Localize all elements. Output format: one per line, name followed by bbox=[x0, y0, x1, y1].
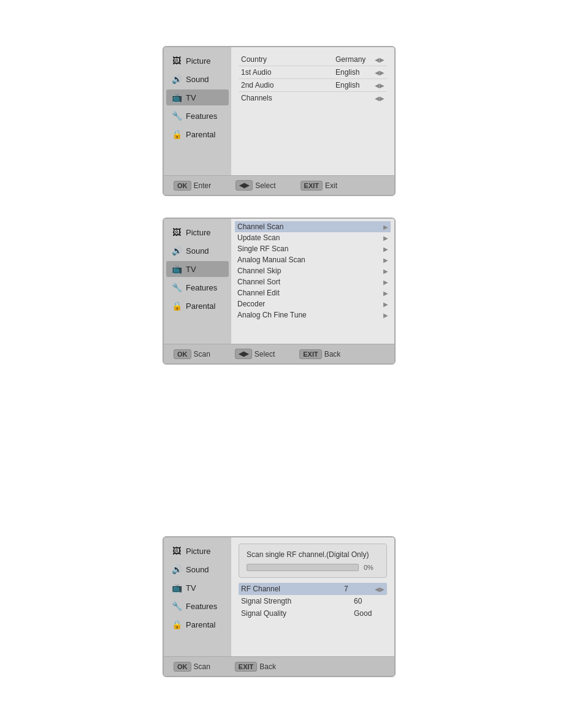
content-area-panel1: Country Germany ◀▶ 1st Audio English ◀▶ … bbox=[231, 47, 394, 175]
content-row: 2nd Audio English ◀▶ bbox=[239, 79, 387, 92]
sidebar-label-features: Features bbox=[186, 112, 217, 121]
sidebar-label-sound: Sound bbox=[186, 75, 209, 84]
list-item[interactable]: Channel Scan ▶ bbox=[235, 221, 391, 232]
list-item[interactable]: Decoder ▶ bbox=[235, 298, 391, 309]
tv-settings-panel: 🖼 Picture 🔊 Sound 📺 TV 🔧 Features 🔒 Pare… bbox=[163, 46, 396, 196]
features-icon: 🔧 bbox=[171, 601, 182, 611]
progress-percent: 0% bbox=[364, 564, 379, 571]
sidebar-item-picture[interactable]: 🖼 Picture bbox=[166, 224, 229, 240]
tv-icon: 📺 bbox=[171, 93, 182, 102]
sidebar-item-features[interactable]: 🔧 Features bbox=[166, 279, 229, 295]
single-rf-scan-panel: 🖼 Picture 🔊 Sound 📺 TV 🔧 Features 🔒 Pare… bbox=[163, 536, 396, 677]
list-item[interactable]: Single RF Scan ▶ bbox=[235, 243, 391, 254]
sidebar-label-tv: TV bbox=[186, 265, 196, 274]
list-item[interactable]: Channel Skip ▶ bbox=[235, 265, 391, 276]
features-icon: 🔧 bbox=[171, 111, 182, 121]
sidebar-item-tv[interactable]: 📺 TV bbox=[166, 89, 229, 105]
status-key-scan: OKScan bbox=[174, 349, 210, 359]
sidebar-label-parental: Parental bbox=[186, 620, 215, 629]
content-row: Country Germany ◀▶ bbox=[239, 53, 387, 66]
arrow-icon: ▶ bbox=[383, 301, 388, 308]
sound-icon: 🔊 bbox=[171, 74, 182, 84]
sound-icon: 🔊 bbox=[171, 564, 182, 574]
picture-icon: 🖼 bbox=[171, 56, 182, 66]
sidebar-item-picture[interactable]: 🖼 Picture bbox=[166, 543, 229, 559]
status-bar-panel1: OKEnter◀▶SelectEXITExit bbox=[164, 175, 394, 195]
arrow-icon: ◀▶ bbox=[375, 82, 385, 89]
status-key-select: ◀▶Select bbox=[235, 349, 275, 359]
sidebar-item-sound[interactable]: 🔊 Sound bbox=[166, 243, 229, 259]
sidebar-label-tv: TV bbox=[186, 93, 196, 102]
status-key-select: ◀▶Select bbox=[236, 180, 275, 191]
scan-message-box: Scan single RF channel.(Digital Only) 0% bbox=[239, 544, 387, 578]
sidebar-item-tv[interactable]: 📺 TV bbox=[166, 261, 229, 277]
content-row: 1st Audio English ◀▶ bbox=[239, 66, 387, 79]
parental-icon: 🔒 bbox=[171, 301, 182, 311]
tv-icon: 📺 bbox=[171, 264, 182, 274]
sidebar-item-features[interactable]: 🔧 Features bbox=[166, 598, 229, 614]
rf-info-row: Signal Strength 60 bbox=[239, 595, 387, 607]
status-key-enter: OKEnter bbox=[174, 181, 211, 191]
parental-icon: 🔒 bbox=[171, 620, 182, 629]
sidebar-item-tv[interactable]: 📺 TV bbox=[166, 580, 229, 596]
rf-info-row: Signal Quality Good bbox=[239, 607, 387, 620]
picture-icon: 🖼 bbox=[171, 227, 182, 237]
picture-icon: 🖼 bbox=[171, 546, 182, 556]
status-key-back: EXITBack bbox=[299, 349, 340, 359]
arrow-icon: ◀▶ bbox=[375, 586, 385, 593]
arrow-icon: ▶ bbox=[383, 290, 388, 297]
sidebar-item-sound[interactable]: 🔊 Sound bbox=[166, 561, 229, 577]
arrow-icon: ▶ bbox=[383, 279, 388, 286]
arrow-icon: ▶ bbox=[383, 312, 388, 319]
rf-info-row[interactable]: RF Channel 7 ◀▶ bbox=[239, 583, 387, 595]
arrow-icon: ◀▶ bbox=[375, 56, 385, 63]
list-item[interactable]: Analog Manual Scan ▶ bbox=[235, 254, 391, 265]
arrow-icon: ▶ bbox=[383, 268, 388, 275]
sidebar-panel2: 🖼 Picture 🔊 Sound 📺 TV 🔧 Features 🔒 Pare… bbox=[164, 219, 231, 344]
content-area-panel2: Channel Scan ▶ Update Scan ▶ Single RF S… bbox=[231, 219, 394, 344]
sidebar-item-parental[interactable]: 🔒 Parental bbox=[166, 298, 229, 314]
parental-icon: 🔒 bbox=[171, 129, 182, 139]
sidebar-label-picture: Picture bbox=[186, 56, 210, 66]
sidebar-label-sound: Sound bbox=[186, 565, 209, 574]
tv-icon: 📺 bbox=[171, 583, 182, 593]
list-item[interactable]: Channel Sort ▶ bbox=[235, 276, 391, 287]
sidebar-item-parental[interactable]: 🔒 Parental bbox=[166, 616, 229, 632]
progress-bar-bg bbox=[247, 564, 359, 571]
status-bar-panel3: OKScanEXITBack bbox=[164, 656, 394, 676]
arrow-icon: ▶ bbox=[383, 235, 388, 241]
sidebar-label-picture: Picture bbox=[186, 228, 210, 237]
sidebar-label-picture: Picture bbox=[186, 547, 210, 556]
content-area-panel3: Scan single RF channel.(Digital Only) 0%… bbox=[231, 537, 394, 656]
status-key-back: EXITBack bbox=[235, 662, 276, 672]
sound-icon: 🔊 bbox=[171, 246, 182, 256]
sidebar-item-sound[interactable]: 🔊 Sound bbox=[166, 71, 229, 87]
list-item[interactable]: Analog Ch Fine Tune ▶ bbox=[235, 309, 391, 320]
arrow-icon: ▶ bbox=[383, 224, 388, 230]
sidebar-item-features[interactable]: 🔧 Features bbox=[166, 108, 229, 124]
sidebar-label-tv: TV bbox=[186, 583, 196, 593]
features-icon: 🔧 bbox=[171, 282, 182, 292]
status-key-scan: OKScan bbox=[174, 662, 210, 672]
arrow-icon: ◀▶ bbox=[375, 95, 385, 102]
sidebar-item-parental[interactable]: 🔒 Parental bbox=[166, 126, 229, 142]
status-bar-panel2: OKScan◀▶SelectEXITBack bbox=[164, 344, 394, 363]
content-row: Channels ◀▶ bbox=[239, 92, 387, 104]
list-item[interactable]: Update Scan ▶ bbox=[235, 232, 391, 243]
sidebar-label-parental: Parental bbox=[186, 130, 215, 139]
sidebar-panel1: 🖼 Picture 🔊 Sound 📺 TV 🔧 Features 🔒 Pare… bbox=[164, 47, 231, 175]
status-key-exit: EXITExit bbox=[301, 181, 337, 191]
list-item[interactable]: Channel Edit ▶ bbox=[235, 287, 391, 298]
sidebar-panel3: 🖼 Picture 🔊 Sound 📺 TV 🔧 Features 🔒 Pare… bbox=[164, 537, 231, 656]
sidebar-label-features: Features bbox=[186, 283, 217, 292]
scan-message: Scan single RF channel.(Digital Only) bbox=[247, 550, 379, 559]
channel-scan-panel: 🖼 Picture 🔊 Sound 📺 TV 🔧 Features 🔒 Pare… bbox=[163, 218, 396, 365]
sidebar-label-sound: Sound bbox=[186, 246, 209, 256]
sidebar-label-features: Features bbox=[186, 602, 217, 611]
arrow-icon: ▶ bbox=[383, 257, 388, 264]
arrow-icon: ◀▶ bbox=[375, 69, 385, 76]
sidebar-label-parental: Parental bbox=[186, 301, 215, 311]
arrow-icon: ▶ bbox=[383, 246, 388, 252]
sidebar-item-picture[interactable]: 🖼 Picture bbox=[166, 53, 229, 69]
